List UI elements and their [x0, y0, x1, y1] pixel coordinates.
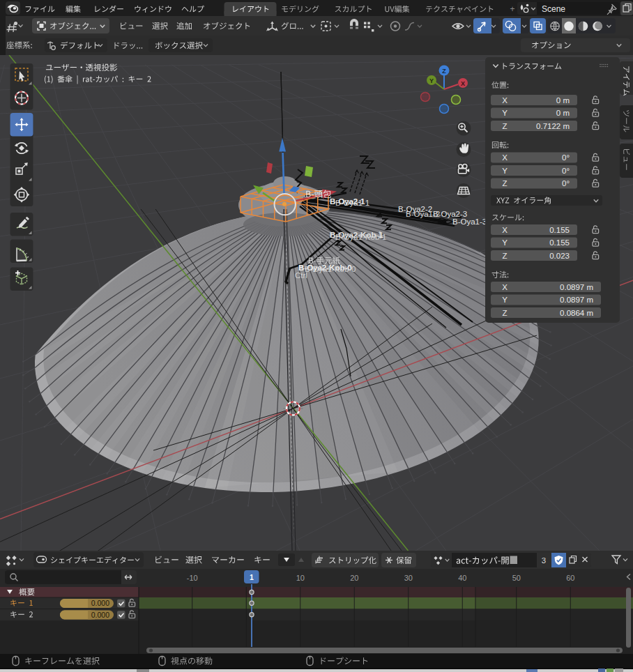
svg-text:Z: Z: [502, 309, 507, 317]
svg-text:20: 20: [350, 574, 358, 582]
svg-text:0°: 0°: [562, 167, 570, 175]
svg-text:Y: Y: [502, 109, 508, 117]
svg-text:Y: Y: [502, 167, 508, 175]
svg-text:0°: 0°: [562, 153, 570, 162]
svg-text:0.0864 m: 0.0864 m: [560, 309, 593, 317]
svg-text:Y: Y: [429, 77, 434, 84]
svg-text:B-Oya1-Kob-0: B-Oya1-Kob-0: [305, 265, 356, 273]
svg-text:Z: Z: [502, 252, 507, 260]
svg-text:0.0897 m: 0.0897 m: [560, 296, 593, 304]
svg-text:Z: Z: [502, 179, 507, 188]
svg-text:X: X: [502, 96, 508, 105]
svg-text:0.155: 0.155: [549, 238, 570, 247]
svg-text:X: X: [502, 153, 508, 162]
svg-text:Y: Y: [502, 238, 508, 247]
svg-text:X: X: [461, 80, 465, 87]
svg-text:B-Oya1-2: B-Oya1-2: [406, 210, 440, 218]
svg-text:0°: 0°: [562, 179, 570, 188]
svg-text:0 m: 0 m: [556, 96, 570, 105]
svg-text:0.0897 m: 0.0897 m: [560, 283, 593, 291]
svg-text:0.000: 0.000: [91, 599, 109, 607]
svg-text:-10: -10: [187, 574, 198, 582]
svg-text:Y: Y: [502, 296, 508, 304]
svg-text:B-Oya1-3: B-Oya1-3: [452, 217, 487, 226]
svg-text:Ctrl: Ctrl: [295, 271, 307, 280]
svg-text:30: 30: [404, 574, 413, 582]
svg-text:1: 1: [250, 573, 254, 581]
svg-text:0.023: 0.023: [549, 252, 570, 260]
svg-text:3: 3: [542, 556, 546, 565]
svg-text:X: X: [502, 226, 508, 234]
svg-text:0.000: 0.000: [91, 611, 109, 619]
svg-text:Scene: Scene: [542, 4, 565, 14]
svg-text:40: 40: [458, 574, 466, 582]
svg-text:X: X: [502, 283, 508, 291]
svg-text:0.7122 m: 0.7122 m: [536, 122, 570, 130]
svg-text:Z: Z: [502, 122, 507, 130]
svg-text:60: 60: [566, 574, 574, 582]
svg-text:0 m: 0 m: [556, 109, 570, 117]
svg-text:10: 10: [296, 574, 305, 582]
svg-text:Z: Z: [442, 68, 446, 75]
svg-text:B-Oya1-1: B-Oya1-1: [335, 199, 369, 207]
svg-text:50: 50: [512, 574, 521, 582]
svg-text:+: +: [510, 4, 514, 14]
svg-text:B-Oya1-Kob-1: B-Oya1-Kob-1: [335, 233, 387, 241]
svg-text:0.155: 0.155: [549, 226, 570, 234]
